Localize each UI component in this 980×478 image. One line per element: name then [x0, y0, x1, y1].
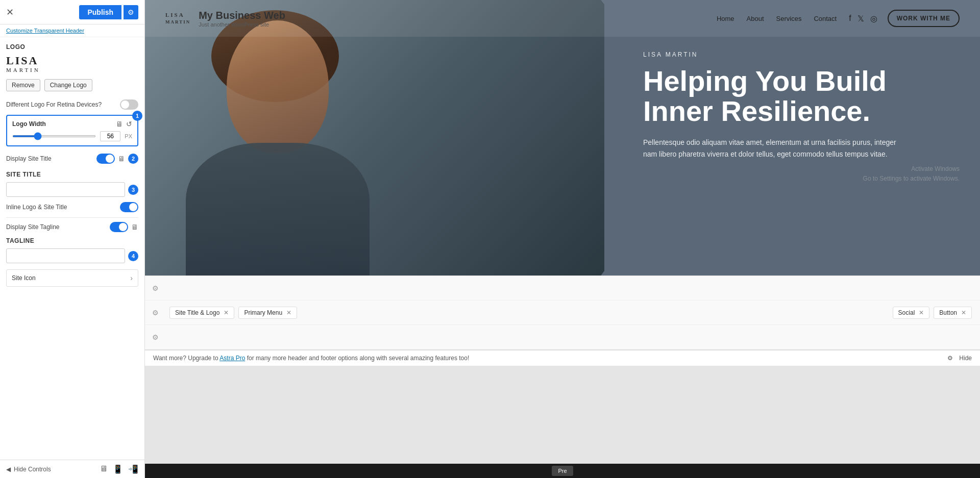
primary-menu-tag-close[interactable]: ✕	[286, 309, 291, 316]
retina-logo-toggle[interactable]	[120, 99, 138, 110]
row2-gear[interactable]: ⚙	[145, 309, 165, 317]
hero-name: LISA MARTIN	[643, 51, 939, 58]
nav-site-info: My Business Web Just another WordPress s…	[199, 10, 285, 28]
nav-links: Home About Services Contact	[717, 15, 837, 22]
display-title-monitor[interactable]: 🖥	[118, 155, 125, 163]
status-text: Want more? Upgrade to Astra Pro for many…	[153, 355, 469, 362]
row2-content: Site Title & Logo ✕ Primary Menu ✕	[165, 307, 893, 319]
nav-brand: LISA MARTIN My Business Web Just another…	[165, 10, 285, 28]
button-tag[interactable]: Button ✕	[934, 307, 972, 319]
hero-title: Helping You Build Inner Resilience.	[643, 66, 939, 127]
inline-logo-toggle[interactable]	[120, 202, 138, 212]
remove-logo-button[interactable]: Remove	[6, 79, 40, 91]
hide-button[interactable]: Hide	[959, 355, 972, 362]
site-icon-row[interactable]: Site Icon ›	[6, 269, 138, 287]
logo-buttons: Remove Change Logo	[6, 79, 138, 91]
breadcrumb[interactable]: Customize Transparent Header	[0, 24, 144, 37]
social-tag[interactable]: Social ✕	[893, 307, 930, 319]
row3-gear[interactable]: ⚙	[145, 333, 165, 341]
header-builder-row-2: ⚙ Site Title & Logo ✕ Primary Menu ✕	[145, 300, 980, 325]
logo-width-slider[interactable]	[12, 135, 96, 137]
tab-pre[interactable]: Pre	[552, 466, 573, 476]
logo-width-slider-row: 56 PX	[12, 131, 132, 141]
nav-socials: f 𝕏 ◎	[849, 14, 877, 23]
hero-description: Pellentesque odio aliquam vitae amet, el…	[643, 137, 898, 161]
nav-site-subtitle: Just another WordPress site	[199, 21, 285, 28]
work-with-me-button[interactable]: WORK WITH ME	[888, 10, 960, 27]
primary-menu-tag[interactable]: Primary Menu ✕	[238, 307, 297, 319]
desktop-device-icon[interactable]: 🖥	[100, 464, 108, 474]
nav-logo-text: LISA MARTIN	[165, 12, 190, 25]
arrow-left-icon: ◀	[6, 466, 11, 473]
nav-about[interactable]: About	[747, 15, 764, 22]
hide-controls-button[interactable]: ◀ Hide Controls	[6, 466, 51, 473]
display-tagline-label: Display Site Tagline	[6, 223, 60, 231]
tablet-device-icon[interactable]: 📱	[113, 464, 123, 474]
status-bar: Want more? Upgrade to Astra Pro for many…	[145, 350, 980, 366]
device-icons: 🖥 📱 📲	[100, 464, 138, 474]
px-label: PX	[125, 133, 132, 139]
tagline-input[interactable]: Just another WordPress site	[6, 248, 125, 263]
face-shape	[227, 20, 329, 153]
display-site-title-annotation: Display Site Title 🖥 2	[6, 154, 138, 169]
site-title-input[interactable]: My Business Website	[6, 182, 125, 197]
button-tag-label: Button	[939, 309, 957, 316]
display-site-title-toggle[interactable]	[96, 154, 115, 164]
site-title-logo-tag[interactable]: Site Title & Logo ✕	[169, 307, 234, 319]
twitter-icon[interactable]: 𝕏	[857, 14, 864, 23]
hero-section: LISA MARTIN My Business Web Just another…	[145, 0, 980, 275]
logo-width-input[interactable]: 56	[100, 131, 120, 141]
facebook-icon[interactable]: f	[849, 14, 851, 23]
nav-logo: LISA MARTIN	[165, 12, 190, 25]
hero-content: LISA MARTIN Helping You Build Inner Resi…	[643, 51, 939, 161]
site-icon-label: Site Icon	[12, 274, 36, 282]
row1-gear[interactable]: ⚙	[145, 284, 165, 292]
site-title-logo-tag-label: Site Title & Logo	[175, 309, 219, 316]
site-title-label: Site Title	[6, 171, 138, 178]
publish-button[interactable]: Publish	[79, 5, 121, 19]
windows-watermark: Activate Windows Go to Settings to activ…	[863, 164, 960, 184]
retina-logo-label: Different Logo For Retina Devices?	[6, 101, 102, 108]
close-button[interactable]: ✕	[6, 7, 14, 18]
logo-width-label: Logo Width	[12, 120, 46, 128]
reset-icon[interactable]: ↺	[126, 120, 132, 128]
display-site-title-row: Display Site Title 🖥	[6, 154, 125, 164]
tagline-section-label: Tagline	[6, 237, 138, 244]
bottom-bar: ◀ Hide Controls 🖥 📱 📲	[0, 460, 144, 478]
publish-gear-button[interactable]: ⚙	[124, 5, 138, 19]
desktop-icon[interactable]: 🖥	[116, 120, 123, 128]
display-tagline-toggle-right: 🖥	[110, 222, 138, 232]
publish-area: Publish ⚙	[79, 5, 138, 19]
preview-area: LISA MARTIN My Business Web Just another…	[145, 0, 980, 464]
display-site-title-label: Display Site Title	[6, 155, 52, 162]
nav-services[interactable]: Services	[776, 15, 802, 22]
social-tag-close[interactable]: ✕	[919, 309, 924, 316]
row2-right: Social ✕ Button ✕	[893, 307, 980, 319]
settings-icon[interactable]: ⚙	[947, 355, 953, 362]
mobile-device-icon[interactable]: 📲	[128, 464, 138, 474]
nav-contact[interactable]: Contact	[814, 15, 837, 22]
display-site-title-toggle-right: 🖥	[96, 154, 125, 164]
display-tagline-row: Display Site Tagline 🖥	[6, 222, 138, 232]
left-panel: ✕ Publish ⚙ Customize Transparent Header…	[0, 0, 145, 478]
primary-menu-tag-label: Primary Menu	[244, 309, 282, 316]
tagline-monitor[interactable]: 🖥	[131, 223, 138, 231]
logo-text: LISA MARTIN	[6, 55, 138, 73]
nav-inner: LISA MARTIN My Business Web Just another…	[145, 0, 980, 37]
nav-home[interactable]: Home	[717, 15, 734, 22]
header-builder-row-3: ⚙	[145, 325, 980, 349]
instagram-icon[interactable]: ◎	[870, 14, 877, 23]
body-shape	[186, 143, 370, 275]
site-title-logo-tag-close[interactable]: ✕	[224, 309, 229, 316]
right-preview: LISA MARTIN My Business Web Just another…	[145, 0, 980, 478]
astra-pro-link[interactable]: Astra Pro	[219, 355, 245, 362]
inline-logo-row: Inline Logo & Site Title	[6, 202, 138, 212]
nav-site-title: My Business Web	[199, 10, 285, 21]
button-tag-close[interactable]: ✕	[961, 309, 966, 316]
display-tagline-toggle[interactable]	[110, 222, 128, 232]
logo-section-label: Logo	[6, 43, 138, 51]
change-logo-button[interactable]: Change Logo	[44, 79, 92, 91]
panel-content: Logo LISA MARTIN Remove Change Logo Diff…	[0, 37, 144, 460]
retina-logo-toggle-right	[120, 99, 138, 110]
retina-logo-row: Different Logo For Retina Devices?	[6, 99, 138, 110]
